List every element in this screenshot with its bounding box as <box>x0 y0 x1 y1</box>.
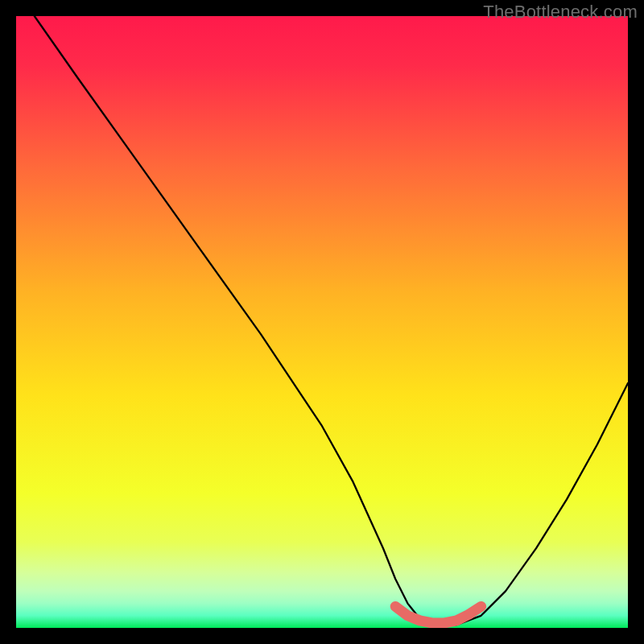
watermark-text: TheBottleneck.com <box>483 2 638 23</box>
chart-frame: TheBottleneck.com <box>0 0 644 644</box>
chart-svg <box>16 16 628 628</box>
chart-plot-area <box>16 16 628 628</box>
gradient-background <box>16 16 628 628</box>
